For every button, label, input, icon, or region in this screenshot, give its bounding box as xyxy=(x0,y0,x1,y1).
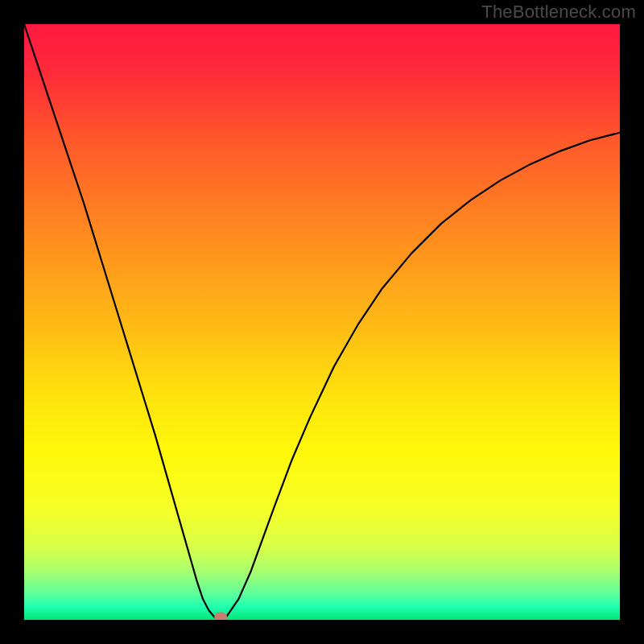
chart-frame: TheBottleneck.com xyxy=(0,0,644,644)
chart-svg xyxy=(24,24,620,620)
plot-area xyxy=(24,24,620,620)
watermark-text: TheBottleneck.com xyxy=(481,2,636,23)
gradient-background xyxy=(24,24,620,620)
